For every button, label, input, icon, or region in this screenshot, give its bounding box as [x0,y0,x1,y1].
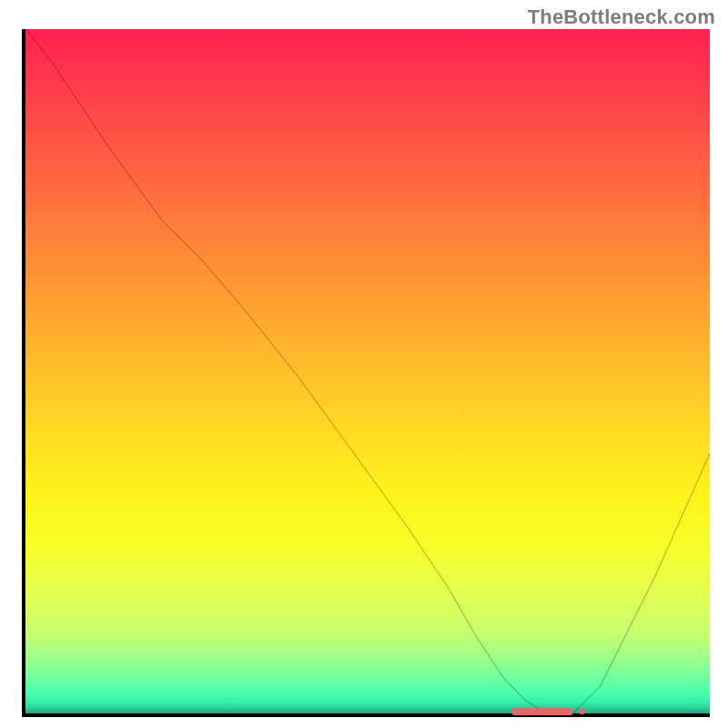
plot-area [22,29,710,717]
chart-container: TheBottleneck.com [0,0,728,728]
optimal-range-marker [511,708,573,715]
optimal-range-end-dot [579,708,585,714]
bottleneck-curve [25,29,710,713]
attribution-text: TheBottleneck.com [528,5,715,29]
